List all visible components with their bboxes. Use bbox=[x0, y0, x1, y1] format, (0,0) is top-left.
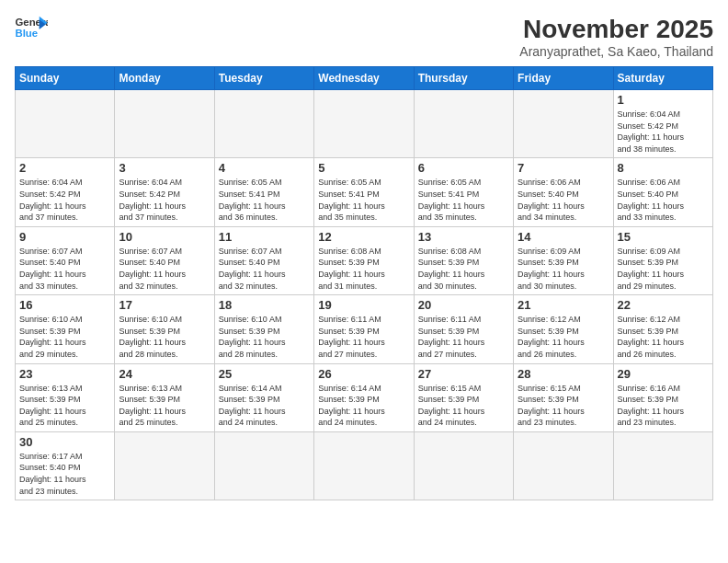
day-info: Sunrise: 6:15 AM Sunset: 5:39 PM Dayligh… bbox=[518, 383, 609, 429]
page-title: November 2025 bbox=[519, 15, 713, 44]
day-info: Sunrise: 6:06 AM Sunset: 5:40 PM Dayligh… bbox=[518, 177, 609, 223]
day-number: 21 bbox=[518, 298, 609, 312]
weekday-header-tuesday: Tuesday bbox=[214, 67, 313, 90]
day-info: Sunrise: 6:14 AM Sunset: 5:39 PM Dayligh… bbox=[318, 383, 409, 429]
calendar-cell-22-3-6: 22Sunrise: 6:12 AM Sunset: 5:39 PM Dayli… bbox=[613, 295, 712, 363]
day-info: Sunrise: 6:09 AM Sunset: 5:39 PM Dayligh… bbox=[518, 246, 609, 292]
day-info: Sunrise: 6:12 AM Sunset: 5:39 PM Dayligh… bbox=[518, 314, 609, 360]
day-number: 10 bbox=[119, 230, 210, 244]
calendar-cell-27-4-4: 27Sunrise: 6:15 AM Sunset: 5:39 PM Dayli… bbox=[414, 363, 513, 431]
calendar-cell-6-1-4: 6Sunrise: 6:05 AM Sunset: 5:41 PM Daylig… bbox=[414, 158, 513, 226]
title-block: November 2025 Aranyaprathet, Sa Kaeo, Th… bbox=[519, 15, 713, 59]
calendar-cell-20-3-4: 20Sunrise: 6:11 AM Sunset: 5:39 PM Dayli… bbox=[414, 295, 513, 363]
calendar-cell-13-2-4: 13Sunrise: 6:08 AM Sunset: 5:39 PM Dayli… bbox=[414, 226, 513, 294]
generalblue-logo-icon: General Blue bbox=[15, 15, 48, 40]
day-info: Sunrise: 6:08 AM Sunset: 5:39 PM Dayligh… bbox=[418, 246, 509, 292]
day-info: Sunrise: 6:04 AM Sunset: 5:42 PM Dayligh… bbox=[119, 177, 210, 223]
calendar-cell-19-3-3: 19Sunrise: 6:11 AM Sunset: 5:39 PM Dayli… bbox=[314, 295, 414, 363]
svg-text:Blue: Blue bbox=[16, 28, 39, 39]
day-number: 25 bbox=[219, 367, 310, 381]
calendar-cell-17-3-1: 17Sunrise: 6:10 AM Sunset: 5:39 PM Dayli… bbox=[115, 295, 214, 363]
weekday-header-thursday: Thursday bbox=[414, 67, 513, 90]
calendar-cell-1-0-6: 1Sunrise: 6:04 AM Sunset: 5:42 PM Daylig… bbox=[613, 90, 712, 158]
day-number: 29 bbox=[618, 367, 709, 381]
calendar-cell-18-3-2: 18Sunrise: 6:10 AM Sunset: 5:39 PM Dayli… bbox=[214, 295, 313, 363]
weekday-header-wednesday: Wednesday bbox=[314, 67, 414, 90]
day-info: Sunrise: 6:14 AM Sunset: 5:39 PM Dayligh… bbox=[219, 383, 310, 429]
calendar-cell-29-4-6: 29Sunrise: 6:16 AM Sunset: 5:39 PM Dayli… bbox=[613, 363, 712, 431]
day-number: 7 bbox=[518, 161, 609, 175]
calendar-cell-empty-5-4 bbox=[414, 431, 513, 500]
calendar-cell-empty-0-1 bbox=[115, 90, 214, 158]
day-info: Sunrise: 6:16 AM Sunset: 5:39 PM Dayligh… bbox=[618, 383, 709, 429]
day-info: Sunrise: 6:15 AM Sunset: 5:39 PM Dayligh… bbox=[418, 383, 509, 429]
calendar-cell-14-2-5: 14Sunrise: 6:09 AM Sunset: 5:39 PM Dayli… bbox=[514, 226, 613, 294]
calendar-cell-empty-0-2 bbox=[214, 90, 313, 158]
day-number: 1 bbox=[618, 93, 709, 107]
calendar-cell-empty-5-1 bbox=[115, 431, 214, 500]
weekday-header-monday: Monday bbox=[115, 67, 214, 90]
day-number: 17 bbox=[119, 298, 210, 312]
calendar-cell-empty-0-0 bbox=[16, 90, 115, 158]
calendar-cell-empty-5-5 bbox=[514, 431, 613, 500]
calendar-cell-21-3-5: 21Sunrise: 6:12 AM Sunset: 5:39 PM Dayli… bbox=[514, 295, 613, 363]
weekday-header-sunday: Sunday bbox=[16, 67, 115, 90]
calendar-cell-16-3-0: 16Sunrise: 6:10 AM Sunset: 5:39 PM Dayli… bbox=[16, 295, 115, 363]
day-info: Sunrise: 6:11 AM Sunset: 5:39 PM Dayligh… bbox=[318, 314, 409, 360]
day-number: 13 bbox=[418, 230, 509, 244]
calendar-cell-12-2-3: 12Sunrise: 6:08 AM Sunset: 5:39 PM Dayli… bbox=[314, 226, 414, 294]
calendar-cell-10-2-1: 10Sunrise: 6:07 AM Sunset: 5:40 PM Dayli… bbox=[115, 226, 214, 294]
logo: General Blue bbox=[15, 15, 48, 40]
day-number: 24 bbox=[119, 367, 210, 381]
calendar-cell-empty-0-4 bbox=[414, 90, 513, 158]
day-number: 12 bbox=[318, 230, 409, 244]
calendar-cell-23-4-0: 23Sunrise: 6:13 AM Sunset: 5:39 PM Dayli… bbox=[16, 363, 115, 431]
page-subtitle: Aranyaprathet, Sa Kaeo, Thailand bbox=[519, 44, 713, 59]
day-info: Sunrise: 6:05 AM Sunset: 5:41 PM Dayligh… bbox=[318, 177, 409, 223]
day-info: Sunrise: 6:06 AM Sunset: 5:40 PM Dayligh… bbox=[618, 177, 709, 223]
calendar-cell-26-4-3: 26Sunrise: 6:14 AM Sunset: 5:39 PM Dayli… bbox=[314, 363, 414, 431]
day-info: Sunrise: 6:07 AM Sunset: 5:40 PM Dayligh… bbox=[19, 246, 110, 292]
day-info: Sunrise: 6:12 AM Sunset: 5:39 PM Dayligh… bbox=[618, 314, 709, 360]
calendar-cell-9-2-0: 9Sunrise: 6:07 AM Sunset: 5:40 PM Daylig… bbox=[16, 226, 115, 294]
calendar-cell-8-1-6: 8Sunrise: 6:06 AM Sunset: 5:40 PM Daylig… bbox=[613, 158, 712, 226]
day-info: Sunrise: 6:05 AM Sunset: 5:41 PM Dayligh… bbox=[418, 177, 509, 223]
calendar-cell-25-4-2: 25Sunrise: 6:14 AM Sunset: 5:39 PM Dayli… bbox=[214, 363, 313, 431]
calendar-cell-3-1-1: 3Sunrise: 6:04 AM Sunset: 5:42 PM Daylig… bbox=[115, 158, 214, 226]
calendar-cell-empty-5-6 bbox=[613, 431, 712, 500]
day-number: 3 bbox=[119, 161, 210, 175]
day-number: 20 bbox=[418, 298, 509, 312]
day-info: Sunrise: 6:13 AM Sunset: 5:39 PM Dayligh… bbox=[119, 383, 210, 429]
calendar-cell-empty-5-3 bbox=[314, 431, 414, 500]
calendar-cell-5-1-3: 5Sunrise: 6:05 AM Sunset: 5:41 PM Daylig… bbox=[314, 158, 414, 226]
day-number: 18 bbox=[219, 298, 310, 312]
calendar-cell-24-4-1: 24Sunrise: 6:13 AM Sunset: 5:39 PM Dayli… bbox=[115, 363, 214, 431]
day-info: Sunrise: 6:05 AM Sunset: 5:41 PM Dayligh… bbox=[219, 177, 310, 223]
day-number: 26 bbox=[318, 367, 409, 381]
page-header: General Blue November 2025 Aranyaprathet… bbox=[15, 15, 713, 59]
calendar-cell-7-1-5: 7Sunrise: 6:06 AM Sunset: 5:40 PM Daylig… bbox=[514, 158, 613, 226]
day-number: 8 bbox=[618, 161, 709, 175]
day-number: 15 bbox=[618, 230, 709, 244]
day-info: Sunrise: 6:04 AM Sunset: 5:42 PM Dayligh… bbox=[19, 177, 110, 223]
calendar-cell-4-1-2: 4Sunrise: 6:05 AM Sunset: 5:41 PM Daylig… bbox=[214, 158, 313, 226]
day-info: Sunrise: 6:11 AM Sunset: 5:39 PM Dayligh… bbox=[418, 314, 509, 360]
day-number: 2 bbox=[19, 161, 110, 175]
calendar-cell-empty-0-5 bbox=[514, 90, 613, 158]
day-number: 6 bbox=[418, 161, 509, 175]
day-number: 27 bbox=[418, 367, 509, 381]
day-number: 23 bbox=[19, 367, 110, 381]
day-info: Sunrise: 6:17 AM Sunset: 5:40 PM Dayligh… bbox=[19, 451, 110, 497]
day-number: 4 bbox=[219, 161, 310, 175]
day-info: Sunrise: 6:10 AM Sunset: 5:39 PM Dayligh… bbox=[19, 314, 110, 360]
day-info: Sunrise: 6:10 AM Sunset: 5:39 PM Dayligh… bbox=[219, 314, 310, 360]
day-info: Sunrise: 6:09 AM Sunset: 5:39 PM Dayligh… bbox=[618, 246, 709, 292]
calendar-cell-empty-0-3 bbox=[314, 90, 414, 158]
calendar-table: SundayMondayTuesdayWednesdayThursdayFrid… bbox=[15, 66, 713, 500]
calendar-cell-28-4-5: 28Sunrise: 6:15 AM Sunset: 5:39 PM Dayli… bbox=[514, 363, 613, 431]
calendar-cell-11-2-2: 11Sunrise: 6:07 AM Sunset: 5:40 PM Dayli… bbox=[214, 226, 313, 294]
day-number: 14 bbox=[518, 230, 609, 244]
day-info: Sunrise: 6:07 AM Sunset: 5:40 PM Dayligh… bbox=[119, 246, 210, 292]
day-number: 28 bbox=[518, 367, 609, 381]
day-info: Sunrise: 6:08 AM Sunset: 5:39 PM Dayligh… bbox=[318, 246, 409, 292]
